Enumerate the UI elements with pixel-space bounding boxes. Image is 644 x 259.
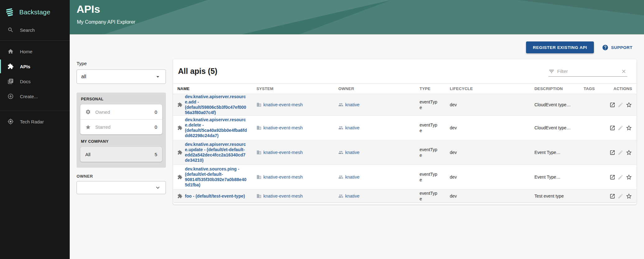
star-icon bbox=[85, 124, 91, 130]
table-row: dev.knative.apiserver.resource.update - … bbox=[173, 140, 637, 165]
api-name-link[interactable]: dev.knative.sources.ping - (default/et-d… bbox=[185, 166, 247, 188]
entity-picker-card: PERSONAL Owned 0 Starred 0 MY COMPANY Al… bbox=[77, 93, 166, 168]
column-header-tags[interactable]: TAGS bbox=[584, 86, 612, 91]
edit-api-button[interactable] bbox=[618, 174, 623, 180]
system-link[interactable]: knative-event-mesh bbox=[263, 102, 303, 107]
system-cell: knative-event-mesh bbox=[256, 102, 338, 107]
table-row: dev.knative.apiserver.resource.delete - … bbox=[173, 116, 637, 140]
lifecycle-cell: dev bbox=[450, 194, 534, 199]
search-icon bbox=[7, 27, 14, 33]
chevron-down-icon bbox=[154, 73, 161, 80]
sidebar-item-label: Home bbox=[20, 49, 32, 54]
sidebar-item-tech-radar[interactable]: Tech Radar bbox=[0, 114, 70, 129]
table-row: dev.knative.sources.ping - (default/et-d… bbox=[173, 165, 637, 189]
api-name-link[interactable]: dev.knative.apiserver.resource.add - (de… bbox=[185, 94, 247, 115]
star-border-icon bbox=[626, 125, 632, 131]
type-cell: eventType bbox=[420, 122, 450, 133]
owner-link[interactable]: knative bbox=[345, 175, 360, 180]
page-title: APIs bbox=[77, 3, 100, 15]
system-icon bbox=[256, 125, 261, 130]
column-header-lifecycle[interactable]: LIFECYCLE bbox=[450, 86, 534, 91]
column-header-owner[interactable]: OWNER bbox=[338, 86, 420, 91]
system-icon bbox=[256, 150, 261, 155]
sidebar-item-label: Search bbox=[20, 27, 35, 33]
owner-link[interactable]: knative bbox=[345, 102, 360, 107]
view-api-button[interactable] bbox=[609, 102, 615, 108]
open-in-new-icon bbox=[609, 193, 615, 199]
owner-cell: knative bbox=[338, 194, 420, 199]
edit-pencil-icon bbox=[618, 125, 623, 131]
view-api-button[interactable] bbox=[609, 125, 615, 131]
register-existing-api-button[interactable]: REGISTER EXISTING API bbox=[526, 41, 594, 53]
owner-link[interactable]: knative bbox=[345, 150, 360, 155]
table-header-row: NAME SYSTEM OWNER TYPE LIFECYCLE DESCRIP… bbox=[173, 84, 637, 94]
filter-clear-button[interactable] bbox=[620, 68, 627, 75]
page-subtitle: My Company API Explorer bbox=[77, 19, 135, 25]
sidebar-item-search[interactable]: Search bbox=[0, 22, 70, 37]
filter-owned[interactable]: Owned 0 bbox=[80, 104, 162, 119]
star-api-button[interactable] bbox=[626, 102, 632, 108]
type-select-value: all bbox=[81, 74, 86, 79]
name-cell: dev.knative.apiserver.resource.add - (de… bbox=[177, 94, 256, 115]
sidebar: Backstage Search Home APIs Docs Create..… bbox=[0, 0, 70, 259]
star-api-button[interactable] bbox=[626, 174, 632, 180]
starred-count: 0 bbox=[155, 124, 157, 130]
content-area: REGISTER EXISTING API SUPPORT Type all P… bbox=[70, 35, 644, 259]
type-select[interactable]: all bbox=[77, 70, 166, 84]
filter-all[interactable]: All 5 bbox=[80, 147, 162, 162]
edit-api-button[interactable] bbox=[618, 102, 623, 108]
edit-api-button[interactable] bbox=[618, 193, 623, 199]
backstage-logo[interactable]: Backstage bbox=[0, 0, 70, 19]
system-link[interactable]: knative-event-mesh bbox=[263, 125, 303, 130]
api-name-link[interactable]: foo - (default/test-event-type) bbox=[185, 194, 245, 199]
system-link[interactable]: knative-event-mesh bbox=[263, 150, 303, 155]
column-header-description[interactable]: DESCRIPTION bbox=[534, 86, 584, 91]
sidebar-item-create[interactable]: Create... bbox=[0, 89, 70, 104]
view-api-button[interactable] bbox=[609, 174, 615, 180]
filter-starred[interactable]: Starred 0 bbox=[80, 119, 162, 134]
system-link[interactable]: knative-event-mesh bbox=[263, 175, 303, 180]
column-header-system[interactable]: SYSTEM bbox=[256, 86, 338, 91]
table-filter-input[interactable] bbox=[555, 69, 620, 74]
view-api-button[interactable] bbox=[609, 150, 615, 156]
column-header-name[interactable]: NAME bbox=[177, 86, 256, 91]
description-cell: Event Type… bbox=[534, 175, 584, 180]
extension-icon bbox=[177, 125, 182, 130]
edit-api-button[interactable] bbox=[618, 125, 623, 131]
description-cell: CloudEvent type… bbox=[534, 125, 584, 130]
column-header-type[interactable]: TYPE bbox=[420, 86, 450, 91]
lifecycle-cell: dev bbox=[450, 175, 534, 180]
edit-api-button[interactable] bbox=[618, 150, 623, 156]
column-header-actions: ACTIONS bbox=[612, 86, 632, 91]
owner-select[interactable] bbox=[77, 181, 166, 194]
star-api-button[interactable] bbox=[626, 125, 632, 131]
support-button[interactable]: SUPPORT bbox=[602, 44, 632, 51]
table-row: foo - (default/test-event-type) knative-… bbox=[173, 189, 637, 203]
system-icon bbox=[256, 194, 261, 199]
system-link[interactable]: knative-event-mesh bbox=[263, 194, 303, 199]
add-circle-icon bbox=[7, 93, 14, 99]
star-api-button[interactable] bbox=[626, 193, 632, 199]
sidebar-item-home[interactable]: Home bbox=[0, 44, 70, 59]
group-icon bbox=[338, 150, 343, 155]
sidebar-item-apis[interactable]: APIs bbox=[0, 59, 70, 74]
owner-link[interactable]: knative bbox=[345, 194, 360, 199]
system-cell: knative-event-mesh bbox=[256, 175, 338, 180]
star-api-button[interactable] bbox=[626, 149, 632, 156]
name-cell: foo - (default/test-event-type) bbox=[177, 194, 256, 199]
name-cell: dev.knative.apiserver.resource.update - … bbox=[177, 142, 256, 163]
sidebar-item-docs[interactable]: Docs bbox=[0, 74, 70, 89]
description-cell: Event Type… bbox=[534, 150, 584, 155]
support-label: SUPPORT bbox=[611, 45, 632, 50]
logo-wordmark: Backstage bbox=[19, 8, 50, 16]
personal-list: Owned 0 Starred 0 bbox=[80, 104, 162, 134]
owner-cell: knative bbox=[338, 150, 420, 155]
help-icon bbox=[602, 44, 609, 51]
type-cell: eventType bbox=[420, 147, 450, 158]
table-toolbar: All apis (5) bbox=[173, 59, 637, 84]
owner-link[interactable]: knative bbox=[345, 125, 360, 130]
type-cell: eventType bbox=[420, 190, 450, 202]
api-name-link[interactable]: dev.knative.apiserver.resource.update - … bbox=[185, 142, 247, 163]
view-api-button[interactable] bbox=[609, 193, 615, 199]
api-name-link[interactable]: dev.knative.apiserver.resource.delete - … bbox=[185, 117, 247, 138]
